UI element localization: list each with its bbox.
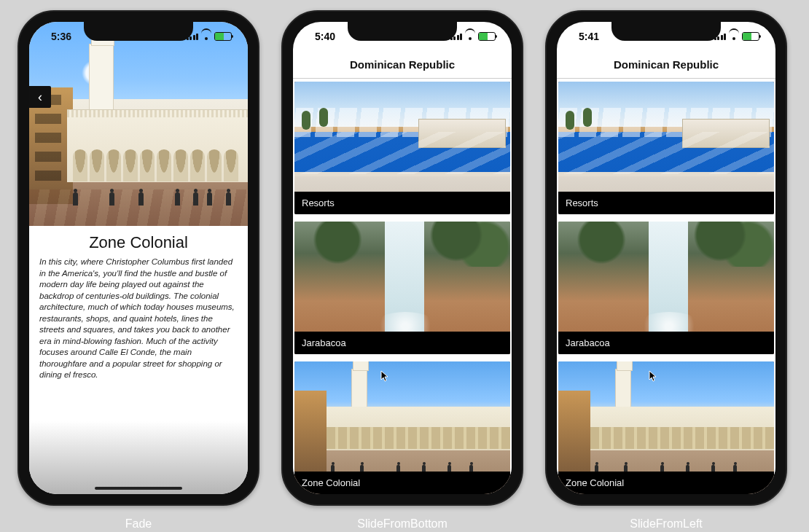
card-label: Resorts	[558, 192, 774, 214]
status-time: 5:41	[579, 31, 599, 42]
card-resorts[interactable]: Resorts	[558, 82, 774, 214]
battery-icon	[742, 32, 759, 41]
back-button[interactable]: ‹	[29, 86, 51, 108]
card-label: Jarabacoa	[294, 332, 510, 354]
battery-icon	[478, 32, 496, 41]
card-label: Zone Colonial	[294, 472, 510, 494]
notch	[84, 22, 193, 41]
detail-title: Zone Colonial	[39, 233, 238, 252]
caption-slidefromleft: SlideFromLeft	[545, 517, 787, 531]
screen-fade: 5:36	[29, 22, 248, 494]
card-jarabacoa[interactable]: Jarabacoa	[294, 222, 510, 354]
status-right	[450, 32, 496, 41]
card-zone-colonial[interactable]: Zone Colonial	[558, 361, 774, 494]
home-indicator[interactable]	[95, 487, 182, 490]
screen-slidefromleft: 5:41 Dominican Republic Resorts	[557, 22, 775, 494]
card-label: Zone Colonial	[558, 472, 774, 494]
back-icon: ‹	[38, 90, 42, 105]
wifi-icon	[465, 33, 475, 40]
status-time: 5:40	[315, 31, 335, 42]
bottom-fade-gradient	[29, 421, 248, 494]
nav-bar: Dominican Republic	[557, 51, 775, 79]
nav-title: Dominican Republic	[614, 58, 719, 71]
phones-row: 5:36	[0, 0, 809, 516]
nav-bar: Dominican Republic	[293, 51, 512, 79]
captions-row: Fade SlideFromBottom SlideFromLeft	[0, 517, 809, 531]
card-list[interactable]: Resorts Jarabacoa Zone Colonial	[557, 79, 775, 494]
card-jarabacoa[interactable]: Jarabacoa	[558, 222, 774, 354]
notch	[611, 22, 721, 41]
card-zone-colonial[interactable]: Zone Colonial	[294, 361, 510, 494]
hero-image	[29, 22, 248, 226]
card-label: Resorts	[294, 192, 510, 214]
detail-description: In this city, where Christopher Columbus…	[39, 257, 238, 381]
caption-slidefrombottom: SlideFromBottom	[281, 517, 523, 531]
notch	[348, 22, 457, 41]
card-list[interactable]: Resorts Jarabacoa Zone Colonial	[293, 79, 512, 494]
wifi-icon	[729, 33, 739, 40]
battery-icon	[214, 32, 232, 41]
cursor-icon	[380, 370, 389, 382]
screen-slidefrombottom: 5:40 Dominican Republic Resorts	[293, 22, 512, 494]
card-resorts[interactable]: Resorts	[294, 82, 510, 214]
status-time: 5:36	[51, 31, 71, 42]
card-label: Jarabacoa	[558, 332, 774, 354]
status-right	[714, 32, 760, 41]
caption-fade: Fade	[17, 517, 259, 531]
wifi-icon	[201, 33, 211, 40]
cursor-icon	[649, 370, 657, 382]
phone-slidefrombottom: 5:40 Dominican Republic Resorts	[281, 10, 523, 506]
nav-title: Dominican Republic	[350, 58, 455, 71]
status-right	[187, 32, 232, 41]
phone-slidefromleft: 5:41 Dominican Republic Resorts	[545, 10, 787, 506]
detail-body: Zone Colonial In this city, where Christ…	[29, 226, 248, 494]
phone-fade: 5:36	[17, 10, 259, 506]
